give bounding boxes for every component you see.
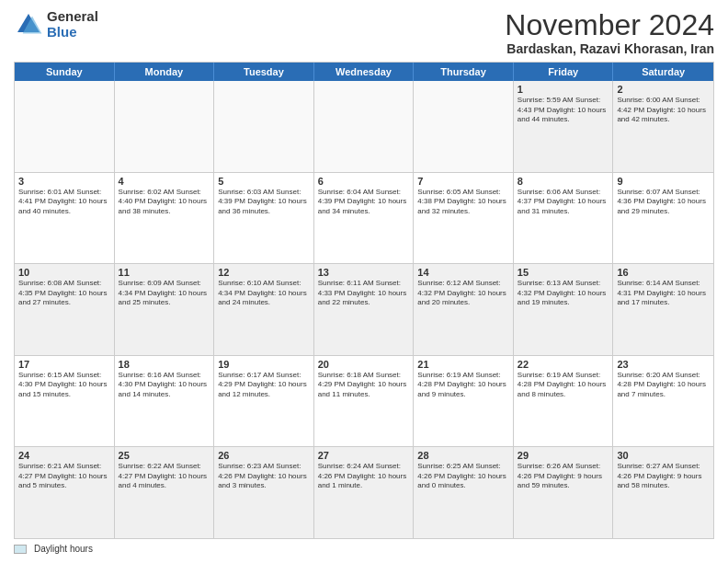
day-number: 22 — [518, 359, 609, 370]
day-info: Sunrise: 6:26 AM Sunset: 4:26 PM Dayligh… — [518, 462, 609, 490]
day-info: Sunrise: 6:19 AM Sunset: 4:28 PM Dayligh… — [518, 371, 609, 399]
table-row — [214, 81, 314, 172]
calendar-body: 1Sunrise: 5:59 AM Sunset: 4:43 PM Daylig… — [15, 81, 713, 538]
table-row: 6Sunrise: 6:04 AM Sunset: 4:39 PM Daylig… — [314, 173, 415, 264]
table-row: 3Sunrise: 6:01 AM Sunset: 4:41 PM Daylig… — [15, 173, 115, 264]
legend-label: Daylight hours — [34, 544, 93, 554]
table-row: 14Sunrise: 6:12 AM Sunset: 4:32 PM Dayli… — [414, 264, 514, 355]
day-number: 20 — [318, 359, 410, 370]
table-row: 25Sunrise: 6:22 AM Sunset: 4:27 PM Dayli… — [115, 447, 215, 538]
day-info: Sunrise: 6:07 AM Sunset: 4:36 PM Dayligh… — [617, 188, 710, 216]
calendar-header: Sunday Monday Tuesday Wednesday Thursday… — [15, 63, 713, 81]
table-row: 19Sunrise: 6:17 AM Sunset: 4:29 PM Dayli… — [214, 356, 314, 447]
header-sunday: Sunday — [15, 63, 115, 81]
day-number: 23 — [617, 359, 710, 370]
logo-general-label: General — [47, 9, 98, 25]
header-tuesday: Tuesday — [214, 63, 314, 81]
logo: General Blue — [14, 9, 98, 40]
day-info: Sunrise: 6:06 AM Sunset: 4:37 PM Dayligh… — [518, 188, 609, 216]
day-info: Sunrise: 6:21 AM Sunset: 4:27 PM Dayligh… — [18, 462, 110, 490]
table-row: 23Sunrise: 6:20 AM Sunset: 4:28 PM Dayli… — [613, 356, 713, 447]
table-row: 5Sunrise: 6:03 AM Sunset: 4:39 PM Daylig… — [214, 173, 314, 264]
day-info: Sunrise: 6:03 AM Sunset: 4:39 PM Dayligh… — [218, 188, 310, 216]
table-row: 11Sunrise: 6:09 AM Sunset: 4:34 PM Dayli… — [115, 264, 215, 355]
logo-blue-label: Blue — [47, 25, 98, 40]
day-number: 3 — [18, 176, 110, 187]
header-wednesday: Wednesday — [314, 63, 415, 81]
table-row: 29Sunrise: 6:26 AM Sunset: 4:26 PM Dayli… — [514, 447, 614, 538]
day-info: Sunrise: 6:24 AM Sunset: 4:26 PM Dayligh… — [318, 462, 410, 490]
table-row — [115, 81, 215, 172]
location-subtitle: Bardaskan, Razavi Khorasan, Iran — [505, 41, 714, 56]
day-info: Sunrise: 6:12 AM Sunset: 4:32 PM Dayligh… — [417, 279, 509, 307]
day-info: Sunrise: 6:02 AM Sunset: 4:40 PM Dayligh… — [119, 188, 210, 216]
day-info: Sunrise: 6:10 AM Sunset: 4:34 PM Dayligh… — [218, 279, 310, 307]
table-row: 17Sunrise: 6:15 AM Sunset: 4:30 PM Dayli… — [15, 356, 115, 447]
day-number: 10 — [18, 267, 110, 278]
table-row — [314, 81, 415, 172]
day-info: Sunrise: 6:09 AM Sunset: 4:34 PM Dayligh… — [119, 279, 210, 307]
table-row: 4Sunrise: 6:02 AM Sunset: 4:40 PM Daylig… — [115, 173, 215, 264]
day-number: 1 — [518, 84, 609, 95]
day-info: Sunrise: 6:14 AM Sunset: 4:31 PM Dayligh… — [617, 279, 710, 307]
day-info: Sunrise: 6:19 AM Sunset: 4:28 PM Dayligh… — [417, 371, 509, 399]
day-info: Sunrise: 6:13 AM Sunset: 4:32 PM Dayligh… — [518, 279, 609, 307]
day-number: 12 — [218, 267, 310, 278]
header-monday: Monday — [115, 63, 215, 81]
day-info: Sunrise: 6:18 AM Sunset: 4:29 PM Dayligh… — [318, 371, 410, 399]
header: General Blue November 2024 Bardaskan, Ra… — [14, 9, 714, 56]
day-number: 2 — [617, 84, 710, 95]
table-row: 2Sunrise: 6:00 AM Sunset: 4:42 PM Daylig… — [613, 81, 713, 172]
day-number: 7 — [417, 176, 509, 187]
table-row: 10Sunrise: 6:08 AM Sunset: 4:35 PM Dayli… — [15, 264, 115, 355]
table-row: 9Sunrise: 6:07 AM Sunset: 4:36 PM Daylig… — [613, 173, 713, 264]
day-info: Sunrise: 6:25 AM Sunset: 4:26 PM Dayligh… — [417, 462, 509, 490]
day-number: 27 — [318, 450, 410, 461]
day-number: 13 — [318, 267, 410, 278]
table-row: 26Sunrise: 6:23 AM Sunset: 4:26 PM Dayli… — [214, 447, 314, 538]
table-row: 20Sunrise: 6:18 AM Sunset: 4:29 PM Dayli… — [314, 356, 415, 447]
table-row — [15, 81, 115, 172]
day-number: 11 — [119, 267, 210, 278]
day-info: Sunrise: 6:20 AM Sunset: 4:28 PM Dayligh… — [617, 371, 710, 399]
day-number: 24 — [18, 450, 110, 461]
day-info: Sunrise: 6:05 AM Sunset: 4:38 PM Dayligh… — [417, 188, 509, 216]
table-row: 16Sunrise: 6:14 AM Sunset: 4:31 PM Dayli… — [613, 264, 713, 355]
calendar-row: 17Sunrise: 6:15 AM Sunset: 4:30 PM Dayli… — [15, 355, 713, 447]
table-row: 8Sunrise: 6:06 AM Sunset: 4:37 PM Daylig… — [514, 173, 614, 264]
day-number: 18 — [119, 359, 210, 370]
day-info: Sunrise: 6:08 AM Sunset: 4:35 PM Dayligh… — [18, 279, 110, 307]
table-row: 18Sunrise: 6:16 AM Sunset: 4:30 PM Dayli… — [115, 356, 215, 447]
day-info: Sunrise: 6:16 AM Sunset: 4:30 PM Dayligh… — [119, 371, 210, 399]
day-info: Sunrise: 6:01 AM Sunset: 4:41 PM Dayligh… — [18, 188, 110, 216]
day-number: 9 — [617, 176, 710, 187]
day-number: 17 — [18, 359, 110, 370]
calendar-row: 24Sunrise: 6:21 AM Sunset: 4:27 PM Dayli… — [15, 446, 713, 538]
day-info: Sunrise: 6:00 AM Sunset: 4:42 PM Dayligh… — [617, 96, 710, 124]
logo-text: General Blue — [47, 9, 98, 40]
table-row: 24Sunrise: 6:21 AM Sunset: 4:27 PM Dayli… — [15, 447, 115, 538]
table-row: 30Sunrise: 6:27 AM Sunset: 4:26 PM Dayli… — [613, 447, 713, 538]
title-block: November 2024 Bardaskan, Razavi Khorasan… — [505, 9, 714, 56]
day-number: 6 — [318, 176, 410, 187]
day-number: 19 — [218, 359, 310, 370]
header-friday: Friday — [514, 63, 614, 81]
day-number: 8 — [518, 176, 609, 187]
calendar-row: 1Sunrise: 5:59 AM Sunset: 4:43 PM Daylig… — [15, 81, 713, 172]
day-number: 25 — [119, 450, 210, 461]
day-info: Sunrise: 6:27 AM Sunset: 4:26 PM Dayligh… — [617, 462, 710, 490]
header-saturday: Saturday — [613, 63, 713, 81]
legend-box — [14, 545, 27, 554]
page: General Blue November 2024 Bardaskan, Ra… — [0, 0, 728, 563]
day-number: 26 — [218, 450, 310, 461]
calendar: Sunday Monday Tuesday Wednesday Thursday… — [14, 62, 714, 539]
table-row: 27Sunrise: 6:24 AM Sunset: 4:26 PM Dayli… — [314, 447, 415, 538]
day-number: 5 — [218, 176, 310, 187]
footer: Daylight hours — [14, 544, 714, 554]
calendar-row: 3Sunrise: 6:01 AM Sunset: 4:41 PM Daylig… — [15, 172, 713, 264]
day-info: Sunrise: 5:59 AM Sunset: 4:43 PM Dayligh… — [518, 96, 609, 124]
calendar-row: 10Sunrise: 6:08 AM Sunset: 4:35 PM Dayli… — [15, 263, 713, 355]
day-number: 29 — [518, 450, 609, 461]
table-row: 1Sunrise: 5:59 AM Sunset: 4:43 PM Daylig… — [514, 81, 614, 172]
day-number: 4 — [119, 176, 210, 187]
